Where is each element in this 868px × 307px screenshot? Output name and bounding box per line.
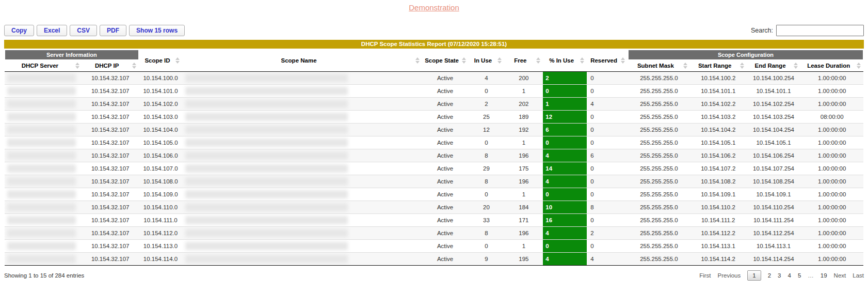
table-row: 10.154.32.107 10.154.105.0 Active 0 1 0 … [5,136,863,149]
sort-icon[interactable] [415,57,420,64]
cell-reserved: 0 [587,162,628,175]
sort-icon[interactable] [75,63,79,69]
cell-scope-id: 10.154.100.0 [139,71,183,84]
page-first-button[interactable]: First [699,272,711,279]
cell-scope-id: 10.154.108.0 [139,175,183,188]
cell-end-range: 10.154.113.1 [747,239,801,252]
column-header-end-range[interactable]: End Range [747,60,801,71]
table-row: 10.154.32.107 10.154.112.0 Active 8 196 … [5,226,863,239]
column-header-start-range[interactable]: Start Range [690,60,747,71]
cell-start-range: 10.154.110.2 [690,201,747,213]
cell-free: 189 [504,110,543,123]
cell-dhcp-ip: 10.154.32.107 [82,110,139,123]
sort-icon[interactable] [497,57,502,64]
cell-scope-name-redacted [182,213,422,226]
sort-icon[interactable] [132,63,136,69]
cell-dhcp-ip: 10.154.32.107 [82,162,139,175]
page-number[interactable]: 19 [821,272,827,279]
cell-dhcp-server-redacted [5,226,82,239]
copy-button[interactable]: Copy [4,25,34,36]
search-input[interactable] [776,25,864,36]
column-header-scope-name[interactable]: Scope Name [182,50,422,71]
column-header-subnet-mask[interactable]: Subnet Mask [628,60,690,71]
page-number[interactable]: 5 [798,272,801,279]
table-row: 10.154.32.107 10.154.111.0 Active 33 171… [5,213,863,226]
sort-icon[interactable] [462,57,466,64]
column-header-reserved[interactable]: Reserved [587,50,628,71]
sort-icon[interactable] [857,63,861,69]
column-header-dhcp-server[interactable]: DHCP Server [5,60,82,71]
sort-icon[interactable] [683,63,687,69]
table-row: 10.154.32.107 10.154.101.0 Active 0 1 0 … [5,84,863,97]
cell-scope-state: Active [422,97,469,110]
demonstration-link[interactable]: Demonstration [409,3,459,12]
cell-subnet-mask: 255.255.255.0 [628,71,690,84]
page-next-button[interactable]: Next [834,272,846,279]
show-rows-button[interactable]: Show 15 rows [129,25,185,36]
cell-end-range: 10.154.101.1 [747,84,801,97]
cell-scope-name-redacted [182,136,422,149]
page-ellipsis: … [808,272,814,279]
column-header-lease-duration[interactable]: Lease Duration [800,60,863,71]
column-header-in-use[interactable]: In Use [469,50,505,71]
column-header-pct-in-use[interactable]: % In Use [543,50,587,71]
sort-icon[interactable] [794,63,798,69]
column-header-dhcp-ip[interactable]: DHCP IP [82,60,139,71]
cell-start-range: 10.154.107.2 [690,162,747,175]
redacted-blur [185,203,348,211]
export-buttons: Copy Excel CSV PDF Show 15 rows [4,25,185,36]
page-last-button[interactable]: Last [853,272,864,279]
excel-button[interactable]: Excel [37,25,67,36]
page-number[interactable]: 3 [778,272,781,279]
cell-lease-duration: 08:00:00 [800,110,863,123]
sort-icon[interactable] [536,57,540,64]
cell-scope-name-redacted [182,175,422,188]
csv-button[interactable]: CSV [70,25,97,36]
column-header-scope-state[interactable]: Scope State [422,50,469,71]
redacted-blur [7,216,76,224]
cell-scope-state: Active [422,110,469,123]
page-number-list: 12345…19 [747,270,827,281]
cell-scope-id: 10.154.114.0 [139,252,183,265]
pdf-button[interactable]: PDF [100,25,126,36]
column-label: % In Use [549,57,574,64]
cell-pct-in-use: 4 [543,149,587,162]
cell-end-range: 10.154.114.254 [747,252,801,265]
cell-in-use: 29 [469,162,505,175]
cell-end-range: 10.154.107.254 [747,162,801,175]
cell-pct-in-use: 4 [543,175,587,188]
redacted-blur [185,113,348,121]
cell-subnet-mask: 255.255.255.0 [628,226,690,239]
cell-scope-id: 10.154.112.0 [139,226,183,239]
table-row: 10.154.32.107 10.154.103.0 Active 25 189… [5,110,863,123]
cell-scope-state: Active [422,162,469,175]
cell-dhcp-server-redacted [5,110,82,123]
cell-reserved: 2 [587,226,628,239]
cell-pct-in-use: 0 [543,239,587,252]
sort-icon[interactable] [580,57,584,64]
sort-icon[interactable] [621,57,625,64]
cell-scope-state: Active [422,123,469,136]
sort-icon[interactable] [175,57,180,64]
column-header-scope-id[interactable]: Scope ID [139,50,183,71]
sort-icon[interactable] [740,63,744,69]
page-number-current[interactable]: 1 [747,270,761,281]
cell-free: 1 [504,136,543,149]
cell-scope-id: 10.154.104.0 [139,123,183,136]
column-header-free[interactable]: Free [504,50,543,71]
page-number[interactable]: 2 [768,272,771,279]
cell-lease-duration: 1.00:00:00 [800,162,863,175]
cell-scope-id: 10.154.101.0 [139,84,183,97]
cell-dhcp-ip: 10.154.32.107 [82,136,139,149]
cell-start-range: 10.154.100.2 [690,71,747,84]
cell-scope-state: Active [422,149,469,162]
table-row: 10.154.32.107 10.154.109.0 Active 0 1 0 … [5,188,863,201]
cell-in-use: 0 [469,239,505,252]
cell-dhcp-server-redacted [5,97,82,110]
redacted-blur [7,203,76,211]
cell-end-range: 10.154.105.1 [747,136,801,149]
page-previous-button[interactable]: Previous [718,272,741,279]
cell-reserved: 4 [587,97,628,110]
page-number[interactable]: 4 [787,272,791,279]
cell-dhcp-ip: 10.154.32.107 [82,188,139,201]
